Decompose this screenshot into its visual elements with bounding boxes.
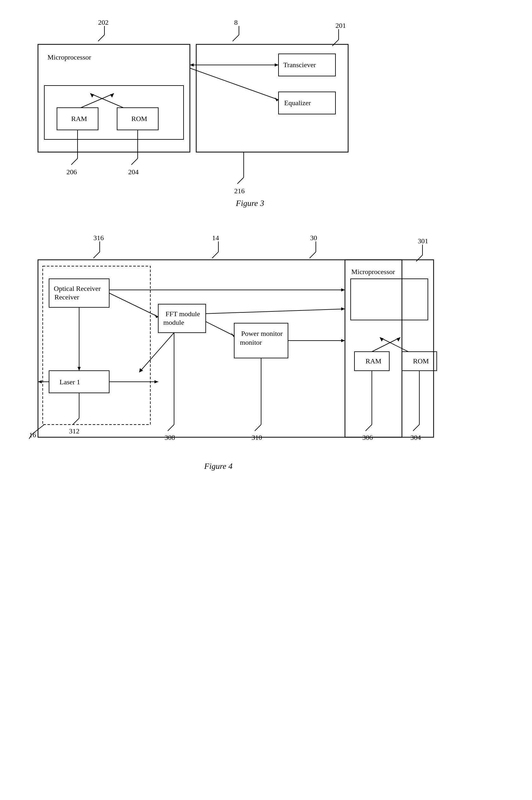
label-microprocessor: Microprocessor [48,53,92,61]
svg-marker-25 [341,307,345,310]
ref-308: 308 [165,433,175,441]
ref-216: 216 [234,187,245,195]
figure3-container: 202 8 201 Microprocessor RAM [13,13,519,209]
ref-30: 30 [310,234,317,242]
ref-201: 201 [336,21,346,30]
svg-line-20 [109,293,158,317]
page: 202 8 201 Microprocessor RAM [0,0,532,800]
box-201 [196,44,348,152]
label-equalizer: Equalizer [284,99,311,107]
label-power-monitor1: Power monitor [241,329,283,338]
figure3-caption: Figure 3 [235,199,264,208]
ref-301: 301 [418,237,428,245]
label-optical-receiver2: Receiver [54,293,79,301]
svg-line-4 [90,93,124,108]
ref-14: 14 [212,234,219,242]
arrow-left [190,63,194,67]
svg-line-28 [206,322,234,336]
ref-312: 312 [69,427,79,435]
svg-marker-27 [341,339,345,342]
svg-line-11 [34,424,44,433]
ref-304: 304 [411,433,421,441]
label-rom-fig4: ROM [413,357,429,365]
svg-line-16 [372,338,400,352]
label-ram-fig4: RAM [365,357,381,365]
svg-marker-19 [380,338,384,342]
svg-line-18 [380,338,408,352]
box-microprocessor-301 [345,260,434,437]
label-microprocessor-fig4: Microprocessor [351,268,395,276]
label-rom: ROM [131,115,147,123]
ref-202: 202 [98,18,109,26]
svg-line-3 [81,93,114,108]
ref-206: 206 [66,168,77,176]
figure4-svg: 16 316 14 30 301 Microprocessor [13,228,519,481]
box-micro-inner [351,279,428,320]
svg-marker-17 [397,338,400,342]
label-ram: RAM [71,115,87,123]
svg-marker-33 [38,380,42,383]
label-transciever: Transciever [283,61,316,69]
ref-310: 310 [252,433,262,441]
svg-marker-21 [154,314,158,318]
svg-marker-29 [231,333,234,337]
label-fft1: FFT module [166,310,200,318]
figure4-caption: Figure 4 [204,461,232,471]
svg-line-24 [206,309,345,314]
svg-marker-37 [154,380,158,383]
label-laser1: Laser 1 [59,378,80,386]
ref-204: 204 [128,168,139,176]
ref-306: 306 [362,433,373,441]
svg-line-34 [139,333,174,372]
label-fft2: module [163,319,184,326]
arrow-diag [275,97,279,102]
figure4-container: 16 316 14 30 301 Microprocessor [13,228,519,475]
figure3-svg: 202 8 201 Microprocessor RAM [13,13,519,209]
svg-marker-23 [341,288,345,291]
arrow-rom-up [90,93,94,97]
svg-line-6 [190,68,279,100]
arrow-ram-up [110,93,114,97]
arrow-right [275,63,279,67]
label-power-monitor2: monitor [240,339,262,346]
label-optical-receiver: Optical Receiver [54,285,101,292]
svg-marker-31 [78,367,81,371]
ref-8: 8 [234,18,238,26]
ref-316: 316 [93,234,104,242]
